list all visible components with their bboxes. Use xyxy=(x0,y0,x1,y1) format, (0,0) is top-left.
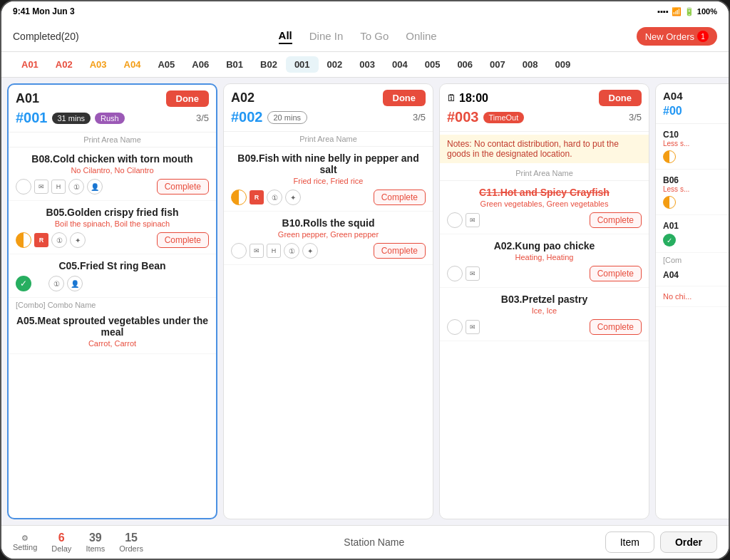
card-header-003: 🗓 18:00 Done #003 TimeOut 3/5 xyxy=(440,84,649,132)
table-tab-003[interactable]: 003 xyxy=(351,56,384,73)
table-tab-004[interactable]: 004 xyxy=(384,56,416,73)
half-icon xyxy=(16,232,31,248)
card-body-a04: C10 Less s... B06 Less s... A01 ✓ [Com A… xyxy=(656,124,729,519)
dish-actions: R ① ✦ Complete xyxy=(16,232,209,248)
complete-button[interactable]: Complete xyxy=(590,212,642,228)
main-content: A01 Done #001 31 mins Rush 3/5 Print Are… xyxy=(1,78,729,525)
order-card-a02: A02 Done #002 20 mins 3/5 Print Area Nam… xyxy=(223,83,433,519)
app-footer: ⚙ Setting 6 Delay 39 Items 15 Orders Sta… xyxy=(1,525,729,559)
completed-label: Completed(20) xyxy=(13,31,79,42)
table-tab-009[interactable]: 009 xyxy=(547,56,580,73)
table-tab-002[interactable]: 002 xyxy=(319,56,351,73)
dish-item: B08.Cold chicken with torn mouth No Cila… xyxy=(9,147,216,201)
tab-all[interactable]: All xyxy=(279,29,292,44)
footer-setting[interactable]: ⚙ Setting xyxy=(13,534,37,551)
sq-icon: ✉ xyxy=(34,180,48,194)
print-area-a02: Print Area Name xyxy=(224,132,433,147)
new-orders-badge: 1 xyxy=(697,31,709,42)
table-tab-b02[interactable]: B02 xyxy=(252,56,286,73)
items-label: Items xyxy=(86,544,105,553)
dish-actions: ✉ Complete xyxy=(447,319,642,335)
dish-item: No chi... xyxy=(656,286,729,307)
table-tab-b01[interactable]: B01 xyxy=(217,56,252,73)
table-tab-001[interactable]: 001 xyxy=(286,56,319,73)
done-button-a02[interactable]: Done xyxy=(383,90,426,106)
complete-button[interactable]: Complete xyxy=(590,266,642,281)
complete-button[interactable]: Complete xyxy=(590,319,642,335)
tab-online[interactable]: Online xyxy=(406,30,436,43)
done-button-a01[interactable]: Done xyxy=(166,90,210,107)
complete-button[interactable]: Complete xyxy=(157,232,209,248)
table-tab-007[interactable]: 007 xyxy=(481,56,514,73)
person-icon: 👤 xyxy=(87,179,103,195)
circle-icon xyxy=(16,179,31,195)
dish-name: B10.Rolls the squid xyxy=(231,217,426,229)
order-card-003: 🗓 18:00 Done #003 TimeOut 3/5 Notes: No … xyxy=(439,83,649,519)
tag-mins-a01: 31 mins xyxy=(52,113,91,124)
dish-icons: ✓ ① 👤 xyxy=(16,276,83,291)
card-body-a02: B09.Fish with nine belly in pepper and s… xyxy=(224,147,433,519)
complete-button[interactable]: Complete xyxy=(374,190,426,205)
orders-count: 15 xyxy=(125,532,138,544)
star-icon: ✦ xyxy=(302,243,318,259)
dish-sub: Fried rice, Fried rice xyxy=(231,177,426,185)
tab-dine-in[interactable]: Dine In xyxy=(309,30,344,43)
dish-actions: ✉ H ① ✦ Complete xyxy=(231,243,426,259)
done-button-003[interactable]: Done xyxy=(599,90,642,106)
dish-actions: ✉ Complete xyxy=(447,212,642,228)
tag-timeout-003: TimeOut xyxy=(483,112,525,123)
battery-pct: 100% xyxy=(697,7,717,16)
dish-icons: ✉ H ① 👤 xyxy=(16,179,103,195)
dish-name: B05.Golden crispy fried fish xyxy=(16,207,209,218)
signal-icon: ▪▪▪▪ xyxy=(657,7,669,16)
table-tab-a06[interactable]: A06 xyxy=(183,56,217,73)
order-button[interactable]: Order xyxy=(660,532,717,553)
dish-actions: ✉ H ① 👤 Complete xyxy=(16,179,209,195)
complete-button[interactable]: Complete xyxy=(157,179,209,195)
notes-box-003: Notes: No contact distribution, hard to … xyxy=(440,135,649,163)
station-name: Station Name xyxy=(344,536,404,548)
table-tab-a04[interactable]: A04 xyxy=(115,56,150,73)
footer-right: Item Order xyxy=(605,532,717,553)
order-num-a01: #001 xyxy=(16,110,48,126)
items-count: 39 xyxy=(89,532,102,544)
dish-actions: R ① ✦ Complete xyxy=(231,190,426,205)
footer-items: 39 Items xyxy=(86,532,105,553)
combo-label: [Com xyxy=(656,253,729,264)
circle-icon xyxy=(447,266,463,281)
order-num-a02: #002 xyxy=(231,109,263,125)
table-tab-008[interactable]: 008 xyxy=(514,56,547,73)
h-icon: H xyxy=(51,180,66,194)
card-header-a04: A04 #00 xyxy=(656,84,729,124)
setting-label: Setting xyxy=(13,543,37,551)
table-tab-a01[interactable]: A01 xyxy=(13,56,47,73)
table-tab-a02[interactable]: A02 xyxy=(47,56,81,73)
h-icon: H xyxy=(267,244,281,258)
item-button[interactable]: Item xyxy=(605,532,654,553)
dish-name: A02.Kung pao chicke xyxy=(447,240,642,252)
wifi-icon: 📶 xyxy=(672,7,682,16)
new-orders-button[interactable]: New Orders 1 xyxy=(637,27,717,46)
table-name-a02: A02 xyxy=(231,90,255,105)
half-icon xyxy=(663,150,676,163)
table-tab-005[interactable]: 005 xyxy=(416,56,449,73)
check-icon: ✓ xyxy=(663,234,676,247)
footer-left: ⚙ Setting 6 Delay 39 Items 15 Orders xyxy=(13,532,143,553)
tab-to-go[interactable]: To Go xyxy=(360,30,389,43)
order-card-a01: A01 Done #001 31 mins Rush 3/5 Print Are… xyxy=(7,83,217,519)
r-icon: R xyxy=(250,190,264,204)
table-tab-006[interactable]: 006 xyxy=(448,56,481,73)
table-tab-a05[interactable]: A05 xyxy=(149,56,183,73)
delay-label: Delay xyxy=(51,544,71,553)
count-003: 3/5 xyxy=(629,112,642,123)
tag-mins-a02: 20 mins xyxy=(267,111,308,124)
table-tab-a03[interactable]: A03 xyxy=(81,56,115,73)
complete-button[interactable]: Complete xyxy=(374,243,426,259)
dish-icons: ✉ xyxy=(447,266,480,281)
num-icon: ① xyxy=(48,276,64,291)
orders-label: Orders xyxy=(119,544,143,553)
dish-actions: ✓ ① 👤 xyxy=(16,276,209,291)
dish-item: C11.Hot and Spicy Crayfish Green vegetab… xyxy=(440,181,649,234)
new-orders-label: New Orders xyxy=(645,31,694,42)
battery-icon: 🔋 xyxy=(684,7,694,16)
